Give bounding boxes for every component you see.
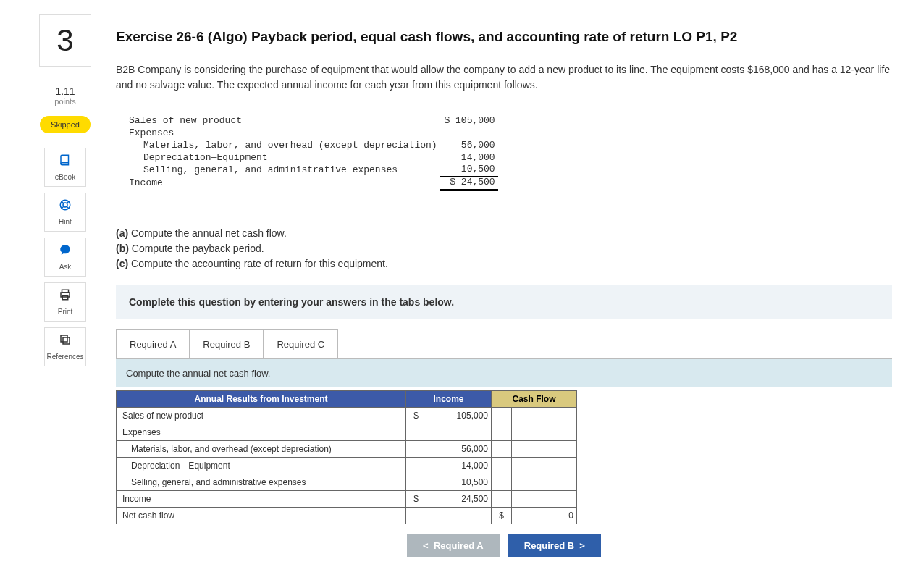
row-income-label[interactable]: Income xyxy=(117,491,406,508)
sidebar: 3 1.11 points Skipped eBook Hint Ask xyxy=(29,14,101,557)
exercise-title: Exercise 26-6 (Algo) Payback period, equ… xyxy=(116,29,892,45)
prev-tab-label: Required A xyxy=(434,540,484,551)
ebook-button[interactable]: eBook xyxy=(44,148,86,187)
printer-icon xyxy=(59,288,72,305)
row-income-cur: $ xyxy=(406,491,426,508)
row-sales-cf-input[interactable] xyxy=(512,408,577,424)
row-dep-label[interactable]: Depreciation—Equipment xyxy=(117,458,406,474)
ebook-label: eBook xyxy=(55,173,75,181)
th-results: Annual Results from Investment xyxy=(117,391,406,408)
row-sga-cf-input[interactable] xyxy=(512,474,577,491)
stmt-income-amt: $ 24,500 xyxy=(440,177,498,190)
part-b-text: Compute the payback period. xyxy=(129,243,264,254)
answer-tabs: Required A Required B Required C xyxy=(116,329,892,358)
tab-required-a[interactable]: Required A xyxy=(116,329,190,358)
svg-line-2 xyxy=(62,201,64,203)
row-sales-label[interactable]: Sales of new product xyxy=(117,408,406,424)
row-ncf-label[interactable]: Net cash flow xyxy=(117,508,406,524)
table-row: Sales of new product $ 105,000 xyxy=(117,408,577,424)
chevron-left-icon: < xyxy=(423,540,434,551)
part-a-label: (a) xyxy=(116,227,128,239)
next-tab-label: Required B xyxy=(524,540,574,551)
part-b-label: (b) xyxy=(116,243,129,254)
prompt-text: B2B Company is considering the purchase … xyxy=(116,62,892,93)
th-income: Income xyxy=(406,391,492,408)
chat-icon xyxy=(59,243,72,260)
row-sales-cf-cur xyxy=(492,408,512,424)
stmt-exp-label: Expenses xyxy=(126,127,440,140)
instruction-bar: Complete this question by entering your … xyxy=(116,285,892,319)
ask-button[interactable]: Ask xyxy=(44,238,86,277)
row-mlo-val[interactable]: 56,000 xyxy=(426,441,492,458)
book-icon xyxy=(59,154,72,170)
print-button[interactable]: Print xyxy=(44,282,86,322)
table-row: Net cash flow $ 0 xyxy=(117,508,577,524)
svg-rect-9 xyxy=(63,337,70,344)
question-parts: (a) Compute the annual net cash flow. (b… xyxy=(116,226,892,272)
row-dep-val[interactable]: 14,000 xyxy=(426,458,492,474)
question-number-box: 3 xyxy=(39,14,91,67)
chevron-right-icon: > xyxy=(574,540,585,551)
table-row: Expenses xyxy=(117,424,577,441)
svg-line-5 xyxy=(67,201,69,203)
ask-label: Ask xyxy=(59,263,72,271)
row-dep-cf-input[interactable] xyxy=(512,458,577,474)
stmt-mlo-label: Materials, labor, and overhead (except d… xyxy=(126,140,440,152)
part-c-text: Compute the accounting rate of return fo… xyxy=(128,258,388,269)
row-sga-label[interactable]: Selling, general, and administrative exp… xyxy=(117,474,406,491)
skipped-badge: Skipped xyxy=(40,116,91,133)
references-button[interactable]: References xyxy=(44,327,86,366)
stmt-sga-amt: 10,500 xyxy=(440,164,498,176)
points-block: 1.11 points xyxy=(29,85,101,106)
print-label: Print xyxy=(58,308,73,316)
part-a-text: Compute the annual net cash flow. xyxy=(128,227,287,239)
copy-icon xyxy=(59,333,72,350)
tab-nav-buttons: < Required A Required B > xyxy=(116,534,892,557)
row-exp-label[interactable]: Expenses xyxy=(117,424,406,441)
row-sga-val[interactable]: 10,500 xyxy=(426,474,492,491)
stmt-income-label: Income xyxy=(126,177,440,190)
lifebuoy-icon xyxy=(59,198,72,215)
hint-button[interactable]: Hint xyxy=(44,193,86,232)
points-value: 1.11 xyxy=(29,85,101,97)
stmt-mlo-amt: 56,000 xyxy=(440,140,498,152)
row-mlo-label[interactable]: Materials, labor, and overhead (except d… xyxy=(117,441,406,458)
stmt-sales-label: Sales of new product xyxy=(126,115,440,127)
references-label: References xyxy=(46,353,83,361)
next-tab-button[interactable]: Required B > xyxy=(508,534,601,557)
row-sales-cur: $ xyxy=(406,408,426,424)
main-content: Exercise 26-6 (Algo) Payback period, equ… xyxy=(116,14,892,557)
points-label: points xyxy=(29,97,101,106)
stmt-sga-label: Selling, general, and administrative exp… xyxy=(126,164,440,176)
row-sales-val[interactable]: 105,000 xyxy=(426,408,492,424)
row-ncf-cur: $ xyxy=(492,508,512,524)
answer-table: Annual Results from Investment Income Ca… xyxy=(116,390,577,524)
table-row: Income $ 24,500 xyxy=(117,491,577,508)
table-row: Depreciation—Equipment 14,000 xyxy=(117,458,577,474)
tab-description: Compute the annual net cash flow. xyxy=(116,358,892,387)
svg-rect-10 xyxy=(61,335,67,342)
stmt-dep-amt: 14,000 xyxy=(440,152,498,164)
stmt-sales-amt: $ 105,000 xyxy=(440,115,498,127)
row-ncf-val[interactable]: 0 xyxy=(512,508,577,524)
svg-line-4 xyxy=(62,206,64,209)
table-row: Selling, general, and administrative exp… xyxy=(117,474,577,491)
th-cashflow: Cash Flow xyxy=(492,391,577,408)
svg-line-3 xyxy=(67,206,69,209)
prev-tab-button[interactable]: < Required A xyxy=(407,534,500,557)
income-statement: Sales of new product$ 105,000 Expenses M… xyxy=(126,103,892,216)
table-row: Materials, labor, and overhead (except d… xyxy=(117,441,577,458)
hint-label: Hint xyxy=(59,218,72,226)
row-mlo-cf-input[interactable] xyxy=(512,441,577,458)
svg-point-1 xyxy=(63,203,67,207)
row-income-val[interactable]: 24,500 xyxy=(426,491,492,508)
part-c-label: (c) xyxy=(116,258,128,269)
tab-required-b[interactable]: Required B xyxy=(189,329,264,358)
stmt-dep-label: Depreciation—Equipment xyxy=(126,152,440,164)
tab-required-c[interactable]: Required C xyxy=(263,329,338,358)
